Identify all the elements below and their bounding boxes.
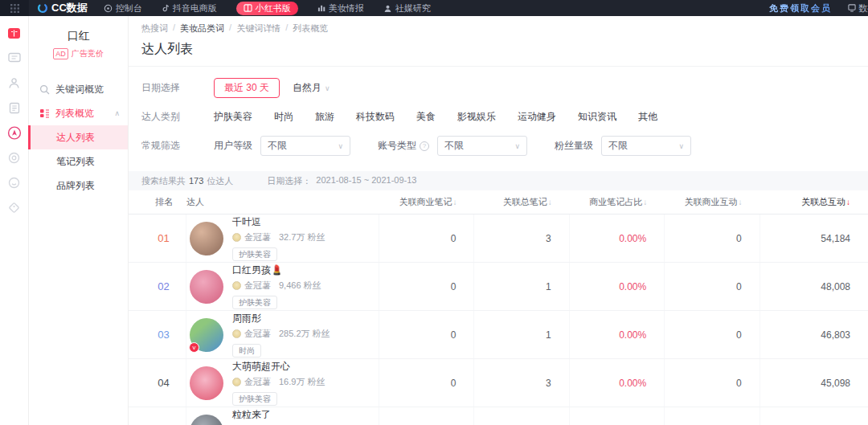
rank-number: 05 (141, 407, 186, 425)
nav-item-console[interactable]: 控制台 (104, 2, 142, 14)
record-module-icon[interactable] (7, 150, 22, 165)
rank-number: 01 (141, 215, 186, 262)
keyword-overview-icon (39, 84, 50, 95)
camera-module-icon[interactable] (7, 175, 22, 190)
category-tag: 护肤美容 (232, 296, 277, 309)
column-biz-notes[interactable]: 关联商业笔记↓ (379, 196, 474, 208)
gold-crown-level-icon (232, 329, 241, 338)
sidebar-item-note-list[interactable]: 笔记列表 (29, 149, 128, 174)
free-membership-link[interactable]: 免费领取会员 (769, 2, 832, 14)
table-row[interactable]: 05 粒粒来了 奶瓶薯 8,219 粉丝 其他 0 1 0.00% 0 44,1… (129, 407, 868, 425)
total-engage-value: 54,184 (760, 215, 855, 262)
influencer-name[interactable]: 大萌萌超开心 (232, 360, 290, 374)
biz-notes-value: 0 (379, 407, 474, 425)
breadcrumb-item[interactable]: 美妆品类词 (180, 22, 224, 35)
cc-data-logo[interactable]: CC数据 (37, 1, 88, 15)
sidebar-item-brand-list[interactable]: 品牌列表 (29, 174, 128, 198)
table-row[interactable]: 01 千叶逗 金冠薯 32.7万 粉丝 护肤美容 0 3 0.00% 0 54,… (129, 215, 868, 263)
biz-notes-value: 0 (379, 215, 474, 262)
notes-module-icon[interactable] (7, 51, 22, 65)
sidebar-item-keyword-overview[interactable]: 关键词概览 (29, 77, 128, 101)
account-type-filter: 账号类型 ? 不限 ∨ (378, 136, 527, 156)
category-option[interactable]: 影视娱乐 (457, 110, 496, 124)
column-total-notes[interactable]: 关联总笔记↓ (474, 196, 569, 208)
chevron-down-icon: ∨ (338, 142, 343, 150)
table-row[interactable]: 04 大萌萌超开心 金冠薯 16.9万 粉丝 护肤美容 0 3 0.00% 0 … (129, 359, 868, 407)
page-header: 热搜词 / 美妆品类词 / 关键词详情 / 列表概览 达人列表 (129, 16, 868, 67)
category-option[interactable]: 护肤美容 (214, 110, 252, 124)
biz-notes-value: 0 (379, 359, 474, 407)
influencer-name[interactable]: 粒粒来了 (232, 408, 271, 422)
select-label: 用户等级 (214, 139, 252, 153)
influencer-search-module-icon[interactable] (7, 125, 22, 140)
biz-ratio-value: 0.00% (570, 359, 665, 407)
category-option[interactable]: 旅游 (315, 110, 334, 124)
nav-label: 抖音电商版 (173, 2, 217, 14)
chevron-up-icon[interactable]: ∧ (114, 109, 120, 117)
data-screen-icon (848, 4, 856, 12)
category-option[interactable]: 其他 (638, 110, 657, 124)
ad-bidding-link[interactable]: AD 广告竞价 (29, 48, 128, 59)
biz-engage-value: 0 (665, 407, 760, 425)
table-row[interactable]: 03 v 周雨彤 金冠薯 285.2万 粉丝 时尚 0 1 0.00% 0 (129, 311, 868, 359)
sort-down-icon: ↓ (643, 198, 647, 206)
category-option[interactable]: 知识资讯 (578, 110, 616, 124)
breadcrumb-item[interactable]: 关键词详情 (236, 22, 280, 35)
sidebar-item-list-overview[interactable]: 列表概览 ∧ (29, 101, 128, 125)
category-option[interactable]: 科技数码 (356, 110, 395, 124)
ad-text: 广告竞价 (72, 48, 104, 59)
influencer-name[interactable]: 口红男孩💄 (232, 264, 283, 277)
xiaohongshu-module-icon[interactable] (7, 26, 22, 40)
report-module-icon[interactable] (7, 100, 22, 115)
data-screen-link[interactable]: 数据 (848, 2, 868, 14)
sidebar-item-influencer-list[interactable]: 达人列表 (29, 125, 128, 149)
nav-item-douyin[interactable]: 抖音电商版 (162, 2, 217, 14)
avatar[interactable] (190, 222, 223, 255)
total-engage-value: 45,098 (760, 359, 855, 407)
app-grid-icon[interactable] (0, 0, 29, 16)
follower-count: 285.2万 粉丝 (279, 328, 330, 340)
sidebar-item-label: 笔记列表 (56, 155, 95, 169)
avatar[interactable] (190, 415, 223, 425)
breadcrumb-item[interactable]: 热搜词 (141, 22, 168, 35)
last-30-days-chip[interactable]: 最近 30 天 (214, 78, 280, 98)
level-label: 金冠薯 (244, 376, 271, 388)
column-biz-engage[interactable]: 关联商业互动↓ (665, 196, 760, 208)
follower-scale-select[interactable]: 不限 ∨ (601, 136, 691, 156)
column-biz-ratio[interactable]: 商业笔记占比↓ (570, 196, 665, 208)
category-option[interactable]: 美食 (416, 110, 436, 124)
level-label: 金冠薯 (244, 280, 271, 292)
account-type-select[interactable]: 不限 ∨ (437, 136, 527, 156)
list-overview-icon (39, 108, 50, 118)
breadcrumb-separator: / (229, 22, 231, 35)
console-icon (104, 4, 113, 13)
category-tag: 护肤美容 (232, 247, 277, 261)
nav-item-beauty-intel[interactable]: 美妆情报 (317, 2, 364, 14)
natural-month-select[interactable]: 自然月 ∨ (293, 81, 330, 95)
nav-item-social-research[interactable]: 社媒研究 (383, 2, 431, 14)
follower-count: 32.7万 粉丝 (279, 231, 325, 243)
rank-number: 04 (141, 359, 186, 407)
table-row[interactable]: 02 口红男孩💄 金冠薯 9,466 粉丝 护肤美容 0 1 0.00% 0 4… (129, 263, 868, 311)
avatar[interactable]: v (190, 318, 223, 352)
category-option[interactable]: 时尚 (274, 110, 293, 124)
user-level-filter: 用户等级 不限 ∨ (214, 136, 350, 156)
influencer-name[interactable]: 千叶逗 (232, 215, 261, 229)
sort-down-icon: ↓ (548, 198, 552, 206)
user-level-select[interactable]: 不限 ∨ (260, 136, 350, 156)
avatar[interactable] (190, 366, 223, 400)
gold-crown-level-icon (232, 281, 241, 290)
column-total-engage-active-sort[interactable]: 关联总互动↓ (760, 196, 855, 208)
nav-item-xiaohongshu-active[interactable]: 小红书版 (236, 2, 298, 15)
category-option[interactable]: 运动健身 (518, 110, 556, 124)
help-icon[interactable]: ? (420, 141, 429, 151)
level-label: 金冠薯 (244, 328, 271, 340)
avatar[interactable] (190, 270, 223, 304)
user-module-icon[interactable] (7, 76, 22, 90)
gold-crown-level-icon (232, 378, 241, 386)
influencer-name[interactable]: 周雨彤 (232, 312, 261, 325)
sidebar-menu: 关键词概览 列表概览 ∧ 达人列表 笔记列表 品牌列表 (29, 77, 128, 198)
biz-ratio-value: 0.00% (570, 407, 665, 425)
top-navigation-bar: CC数据 控制台 抖音电商版 小红书版 美妆情报 社媒研究 免费领取会员 数据 (0, 0, 868, 16)
tag-module-icon[interactable] (7, 200, 22, 215)
